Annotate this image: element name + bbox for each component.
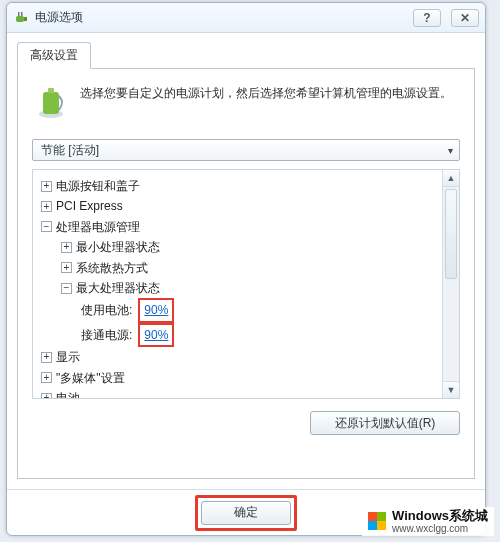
expand-icon[interactable]: + — [41, 372, 52, 383]
svg-rect-3 — [21, 12, 23, 16]
help-button[interactable]: ? — [413, 9, 441, 27]
tree-node-display[interactable]: + 显示 — [37, 347, 438, 367]
client-area: 高级设置 选择您要自定义的电源计划，然后选择您希望计算机管理的电源设置。 节能 … — [7, 33, 485, 489]
tree-scrollbar[interactable]: ▲ ▼ — [442, 170, 459, 398]
expand-icon[interactable]: + — [41, 201, 52, 212]
watermark-title: Windows系统城 — [392, 509, 488, 523]
tree-node-battery[interactable]: + 电池 — [37, 388, 438, 398]
svg-rect-2 — [18, 12, 20, 16]
tree-node-max-processor-state[interactable]: − 最大处理器状态 — [37, 278, 438, 298]
expand-icon[interactable]: + — [41, 181, 52, 192]
expand-icon[interactable]: + — [61, 262, 72, 273]
watermark-url: www.wxclgg.com — [392, 523, 488, 534]
plugged-in-value[interactable]: 90% — [138, 323, 174, 347]
tree-leaf-on-battery[interactable]: 使用电池: 90% — [37, 298, 438, 322]
expand-icon[interactable]: + — [41, 393, 52, 398]
tree-leaf-plugged-in[interactable]: 接通电源: 90% — [37, 323, 438, 347]
settings-tree-container: + 电源按钮和盖子 + PCI Express − 处理器电源管理 + 最小处理… — [32, 169, 460, 399]
watermark: Windows系统城 www.wxclgg.com — [362, 507, 494, 536]
settings-tree[interactable]: + 电源按钮和盖子 + PCI Express − 处理器电源管理 + 最小处理… — [33, 170, 442, 398]
chevron-down-icon: ▾ — [448, 145, 453, 156]
restore-defaults-button[interactable]: 还原计划默认值(R) — [310, 411, 460, 435]
tree-node-min-processor-state[interactable]: + 最小处理器状态 — [37, 237, 438, 257]
window-title: 电源选项 — [35, 9, 403, 26]
power-plan-value: 节能 [活动] — [41, 142, 99, 159]
battery-icon — [32, 83, 70, 121]
tree-node-power-buttons-lid[interactable]: + 电源按钮和盖子 — [37, 176, 438, 196]
power-plug-icon — [13, 10, 29, 26]
scroll-down-button[interactable]: ▼ — [443, 381, 459, 398]
close-button[interactable]: ✕ — [451, 9, 479, 27]
svg-rect-1 — [24, 17, 27, 21]
scroll-up-button[interactable]: ▲ — [443, 170, 459, 187]
collapse-icon[interactable]: − — [61, 283, 72, 294]
collapse-icon[interactable]: − — [41, 221, 52, 232]
ok-highlight: 确定 — [195, 495, 297, 531]
scroll-thumb[interactable] — [445, 189, 457, 279]
expand-icon[interactable]: + — [41, 352, 52, 363]
svg-rect-0 — [16, 16, 24, 22]
power-options-window: 电源选项 ? ✕ 高级设置 选择您要自定义的电源计划，然后选择您希望计算机管理的… — [6, 2, 486, 536]
restore-row: 还原计划默认值(R) — [32, 411, 460, 435]
tree-node-pci-express[interactable]: + PCI Express — [37, 196, 438, 216]
scroll-track[interactable] — [443, 187, 459, 381]
tab-advanced-settings[interactable]: 高级设置 — [17, 42, 91, 69]
tree-node-processor-power-management[interactable]: − 处理器电源管理 — [37, 217, 438, 237]
tree-node-multimedia[interactable]: + "多媒体"设置 — [37, 368, 438, 388]
svg-rect-5 — [43, 92, 59, 114]
expand-icon[interactable]: + — [61, 242, 72, 253]
ok-button[interactable]: 确定 — [201, 501, 291, 525]
tab-panel-advanced: 选择您要自定义的电源计划，然后选择您希望计算机管理的电源设置。 节能 [活动] … — [17, 68, 475, 479]
svg-rect-6 — [48, 88, 54, 93]
tree-node-cooling-policy[interactable]: + 系统散热方式 — [37, 258, 438, 278]
on-battery-value[interactable]: 90% — [138, 298, 174, 322]
intro-text: 选择您要自定义的电源计划，然后选择您希望计算机管理的电源设置。 — [80, 83, 452, 121]
windows-logo-icon — [368, 512, 386, 530]
power-plan-select[interactable]: 节能 [活动] ▾ — [32, 139, 460, 161]
intro-row: 选择您要自定义的电源计划，然后选择您希望计算机管理的电源设置。 — [32, 83, 460, 121]
titlebar: 电源选项 ? ✕ — [7, 3, 485, 33]
tabstrip: 高级设置 — [17, 42, 475, 69]
